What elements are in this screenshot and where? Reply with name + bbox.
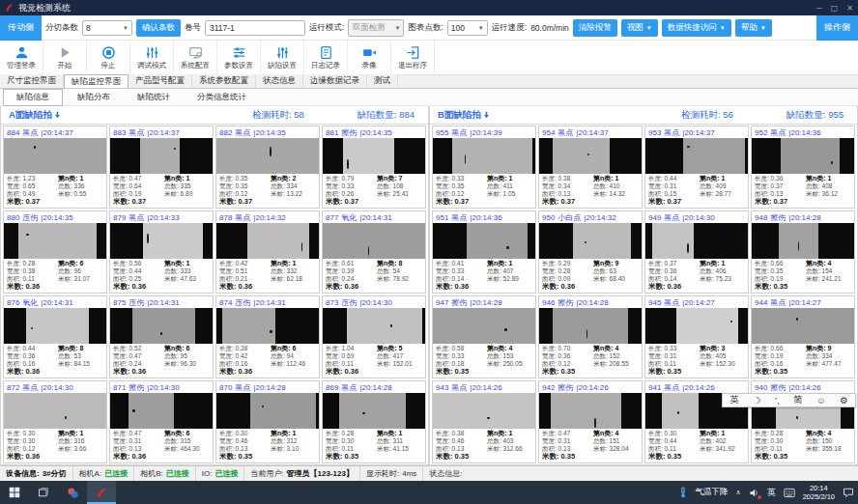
gear-icon[interactable]: ⚙ (840, 395, 848, 406)
tool-button-camera[interactable]: 录像 (348, 41, 391, 74)
main-tab-3[interactable]: 系统参数配置 (192, 74, 256, 88)
defect-cell-883[interactable]: 883黑点|20:14:37长度: 0.47宽度: 0.64面积: 0.19米数… (109, 126, 214, 209)
language-indicator[interactable]: 英 (767, 487, 776, 499)
tool-button-log[interactable]: 日志记录 (304, 41, 348, 74)
tray-expand-caret[interactable]: ∧ (736, 489, 741, 496)
defect-cell-878[interactable]: 878黑点|20:14:32长度: 0.42宽度: 0.51面积: 0.21米数… (215, 210, 320, 294)
defect-image[interactable] (645, 223, 748, 259)
defect-image[interactable] (110, 308, 213, 344)
defect-image[interactable] (110, 138, 213, 174)
defect-image[interactable] (645, 308, 748, 344)
tool-button-user[interactable]: 管理登录 (0, 41, 43, 74)
defect-cell-942[interactable]: 942擦伤|20:14:26长度: 0.47宽度: 0.31面积: 0.13米数… (538, 380, 643, 463)
defect-cell-945[interactable]: 945黑点|20:14:27长度: 0.33宽度: 0.31面积: 0.11米数… (644, 295, 749, 378)
main-tab-2[interactable]: 产品型号配置 (129, 74, 192, 88)
defect-image[interactable] (323, 308, 425, 344)
sub-tab-2[interactable]: 缺陷统计 (125, 90, 183, 105)
defect-cell-874[interactable]: 874压伤|20:14:31长度: 0.38宽度: 0.42面积: 0.16米数… (215, 295, 320, 378)
tool-button-stop[interactable]: 停止 (87, 41, 130, 74)
tool-button-play[interactable]: 开始 (43, 41, 87, 74)
defect-cell-946[interactable]: 946擦伤|20:14:28长度: 0.70宽度: 0.36面积: 0.12米数… (538, 295, 643, 378)
defect-cell-877[interactable]: 877氧化|20:14:31长度: 0.61宽度: 0.39面积: 0.24米数… (322, 210, 426, 294)
defect-cell-871[interactable]: 871擦伤|20:14:30长度: 0.47宽度: 0.31面积: 0.13米数… (109, 380, 214, 463)
defect-cell-951[interactable]: 951黑点|20:14:36长度: 0.41宽度: 0.33面积: 0.14米数… (432, 210, 536, 294)
split-count-select[interactable]: 8▼ (82, 20, 132, 36)
clear-alarm-button[interactable]: 清除报警 (573, 19, 617, 37)
ime-lang-toggle[interactable]: 英 (729, 394, 739, 406)
operate-side-button[interactable]: 操作侧 (816, 15, 858, 41)
defect-image[interactable] (110, 393, 213, 429)
ime-simplified-toggle[interactable]: 简 (793, 394, 803, 406)
view-menu-button[interactable]: 视图▼ (621, 19, 658, 37)
defect-image[interactable] (539, 308, 642, 344)
main-tab-6[interactable]: 测试 (367, 74, 398, 88)
roll-input[interactable] (205, 20, 305, 36)
main-tab-1[interactable]: 缺陷监控界面 (64, 74, 129, 88)
run-mode-select[interactable]: 双面检测▼ (348, 19, 404, 37)
maximize-icon[interactable]: ▢ (831, 4, 839, 13)
help-menu-button[interactable]: 帮助▼ (735, 19, 772, 37)
defect-cell-879[interactable]: 879黑点|20:14:33长度: 0.56宽度: 0.44面积: 0.25米数… (109, 210, 214, 294)
defect-cell-880[interactable]: 880压伤|20:14:35长度: 0.28宽度: 0.38面积: 0.11米数… (3, 210, 107, 294)
defect-image[interactable] (4, 393, 106, 429)
confirm-count-button[interactable]: 确认条数 (136, 19, 181, 37)
defect-image[interactable] (539, 223, 642, 259)
weather-text[interactable]: 气温下降 (696, 487, 729, 498)
defect-image[interactable] (433, 138, 535, 174)
defect-image[interactable] (4, 308, 106, 344)
defect-image[interactable] (110, 223, 213, 259)
defect-cell-869[interactable]: 869黑点|20:14:28长度: 0.28宽度: 0.30面积: 0.11米数… (322, 380, 426, 463)
defect-cell-944[interactable]: 944黑点|20:14:27长度: 0.66宽度: 0.19面积: 0.16米数… (751, 295, 855, 378)
sub-tab-0[interactable]: 缺陷信息 (3, 89, 63, 106)
tool-button-monitor[interactable]: 系统配置 (174, 41, 217, 74)
task-view-button[interactable] (29, 481, 58, 504)
defect-cell-876[interactable]: 876氧化|20:14:31长度: 0.44宽度: 0.36面积: 0.16米数… (3, 295, 107, 378)
defect-image[interactable] (4, 138, 106, 174)
ime-keyboard-icon[interactable] (784, 488, 795, 498)
defect-cell-949[interactable]: 949黑点|20:14:30长度: 0.37宽度: 0.36面积: 0.14米数… (644, 210, 749, 294)
tool-button-params[interactable]: 参数设置 (217, 41, 261, 74)
defect-image[interactable] (752, 308, 854, 344)
defect-cell-950[interactable]: 950小白点|20:14:32长度: 0.29宽度: 0.28面积: 0.09米… (538, 210, 643, 294)
defect-cell-955[interactable]: 955黑点|20:14:39长度: 0.33宽度: 0.35面积: 0.12米数… (432, 126, 536, 209)
defect-cell-948[interactable]: 948擦伤|20:14:28长度: 0.66宽度: 0.35面积: 0.19米数… (751, 210, 855, 294)
main-tab-5[interactable]: 边缘数据记录 (303, 74, 367, 88)
volume-button[interactable] (749, 488, 759, 498)
tool-button-debug[interactable]: 调试模式 (130, 41, 174, 74)
defect-image[interactable] (216, 223, 319, 259)
defect-cell-870[interactable]: 870黑点|20:14:28长度: 0.30宽度: 0.46面积: 0.13米数… (215, 380, 320, 463)
tool-button-exit[interactable]: 退出程序 (391, 41, 435, 74)
pinned-app-button[interactable] (58, 481, 87, 504)
defect-image[interactable] (323, 393, 425, 429)
defect-cell-947[interactable]: 947擦伤|20:14:28长度: 0.58宽度: 0.33面积: 0.18米数… (432, 295, 536, 378)
running-app-button[interactable] (87, 481, 116, 504)
defect-image[interactable] (645, 138, 748, 174)
quick-access-menu-button[interactable]: 数据快捷访问▼ (662, 19, 731, 37)
defect-image[interactable] (433, 308, 535, 344)
emoji-icon[interactable]: ☺ (816, 395, 826, 406)
defect-cell-943[interactable]: 943黑点|20:14:26长度: 0.38宽度: 0.46面积: 0.13米数… (432, 380, 536, 463)
defect-cell-873[interactable]: 873压伤|20:14:30长度: 1.04宽度: 0.69面积: 0.11米数… (322, 295, 426, 378)
close-icon[interactable]: ✕ (846, 4, 853, 13)
defect-image[interactable] (539, 138, 642, 174)
main-tab-0[interactable]: 尺寸监控界面 (0, 74, 64, 88)
defect-cell-953[interactable]: 953黑点|20:14:37长度: 0.44宽度: 0.31面积: 0.15米数… (644, 126, 749, 209)
main-tab-4[interactable]: 状态信息 (256, 74, 303, 88)
drive-side-button[interactable]: 传动侧 (0, 15, 42, 41)
tool-button-defectset[interactable]: 缺陷设置 (261, 41, 304, 74)
defect-cell-881[interactable]: 881擦伤|20:14:35长度: 0.79宽度: 0.33面积: 0.26米数… (322, 126, 426, 209)
defect-image[interactable] (216, 308, 319, 344)
moon-icon[interactable]: ☽ (753, 395, 761, 406)
minimize-icon[interactable]: ─ (816, 4, 822, 13)
defect-image[interactable] (4, 223, 106, 259)
defect-cell-884[interactable]: 884黑点|20:14:37长度: 1.23宽度: 0.65面积: 0.49米数… (3, 126, 107, 209)
sub-tab-1[interactable]: 缺陷分布 (65, 90, 123, 105)
defect-cell-952[interactable]: 952黑点|20:14:36长度: 0.36宽度: 0.37面积: 0.13米数… (751, 126, 855, 209)
taskbar-clock[interactable]: 20:14 2025/2/10 (803, 484, 835, 501)
defect-cell-882[interactable]: 882黑点|20:14:35长度: 0.35宽度: 0.35面积: 0.12米数… (215, 126, 320, 209)
defect-cell-954[interactable]: 954黑点|20:14:37长度: 0.38宽度: 0.34面积: 0.13米数… (538, 126, 643, 209)
defect-cell-875[interactable]: 875压伤|20:14:31长度: 0.52宽度: 0.47面积: 0.24米数… (109, 295, 214, 378)
defect-image[interactable] (752, 138, 854, 174)
sub-tab-3[interactable]: 分类信息统计 (185, 90, 259, 105)
defect-image[interactable] (323, 223, 425, 259)
